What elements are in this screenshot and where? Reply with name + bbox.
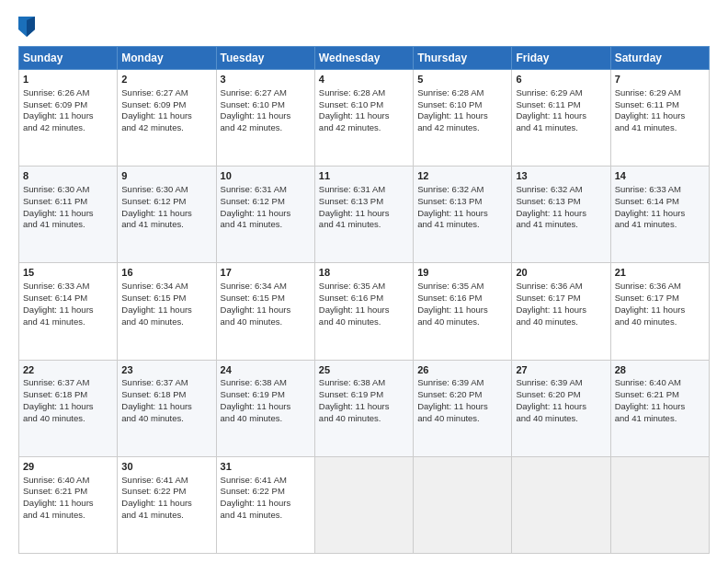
day-number: 16 bbox=[121, 266, 211, 280]
day-info-line: and 40 minutes. bbox=[319, 413, 409, 425]
day-info-line: Daylight: 11 hours bbox=[615, 208, 705, 220]
day-info-line: Sunrise: 6:39 AM bbox=[516, 377, 606, 389]
header bbox=[18, 17, 710, 37]
day-info-line: Daylight: 11 hours bbox=[121, 498, 211, 510]
day-number: 9 bbox=[121, 169, 211, 183]
day-info-line: Daylight: 11 hours bbox=[516, 208, 606, 220]
day-info-line: Sunrise: 6:39 AM bbox=[417, 377, 507, 389]
day-number: 26 bbox=[417, 363, 507, 377]
table-row: 9Sunrise: 6:30 AMSunset: 6:12 PMDaylight… bbox=[118, 167, 216, 263]
day-info-line: Sunset: 6:12 PM bbox=[121, 196, 211, 208]
day-info-line: Daylight: 11 hours bbox=[417, 208, 507, 220]
day-info-line: Sunset: 6:18 PM bbox=[121, 389, 211, 401]
day-info-line: Daylight: 11 hours bbox=[23, 110, 113, 122]
day-info-line: Sunset: 6:13 PM bbox=[516, 196, 606, 208]
day-info-line: Sunset: 6:09 PM bbox=[23, 99, 113, 111]
day-info-line: Sunset: 6:19 PM bbox=[221, 389, 311, 401]
day-info-line: Daylight: 11 hours bbox=[615, 110, 705, 122]
day-number: 20 bbox=[516, 266, 606, 280]
day-info-line: Daylight: 11 hours bbox=[319, 208, 409, 220]
day-number: 19 bbox=[417, 266, 507, 280]
calendar-week-row: 29Sunrise: 6:40 AMSunset: 6:21 PMDayligh… bbox=[19, 456, 710, 553]
day-number: 1 bbox=[23, 73, 113, 86]
day-info-line: Daylight: 11 hours bbox=[121, 208, 211, 220]
col-friday: Friday bbox=[512, 47, 610, 70]
day-number: 12 bbox=[417, 169, 507, 183]
day-number: 14 bbox=[615, 169, 705, 183]
day-info-line: Daylight: 11 hours bbox=[417, 304, 507, 316]
table-row: 23Sunrise: 6:37 AMSunset: 6:18 PMDayligh… bbox=[118, 360, 216, 456]
day-info-line: Sunrise: 6:30 AM bbox=[121, 184, 211, 196]
day-info-line: Daylight: 11 hours bbox=[23, 401, 113, 413]
table-row: 4Sunrise: 6:28 AMSunset: 6:10 PMDaylight… bbox=[314, 70, 413, 167]
day-info-line: Sunset: 6:17 PM bbox=[615, 293, 705, 304]
day-info-line: Daylight: 11 hours bbox=[516, 110, 606, 122]
day-info-line: Sunrise: 6:30 AM bbox=[23, 184, 113, 196]
day-info-line: Sunrise: 6:40 AM bbox=[615, 377, 705, 389]
table-row: 28Sunrise: 6:40 AMSunset: 6:21 PMDayligh… bbox=[610, 360, 709, 456]
day-info-line: Sunrise: 6:26 AM bbox=[23, 87, 113, 99]
day-info-line: and 40 minutes. bbox=[121, 316, 211, 328]
day-info-line: Daylight: 11 hours bbox=[221, 208, 311, 220]
day-info-line: Daylight: 11 hours bbox=[221, 110, 311, 122]
day-number: 28 bbox=[615, 363, 705, 377]
col-tuesday: Tuesday bbox=[216, 47, 314, 70]
day-info-line: Sunrise: 6:40 AM bbox=[23, 475, 113, 487]
day-info-line: Sunset: 6:10 PM bbox=[221, 99, 311, 111]
table-row bbox=[414, 456, 512, 553]
day-info-line: and 41 minutes. bbox=[121, 510, 211, 522]
day-info-line: and 42 minutes. bbox=[23, 122, 113, 134]
day-info-line: and 41 minutes. bbox=[615, 219, 705, 231]
table-row: 18Sunrise: 6:35 AMSunset: 6:16 PMDayligh… bbox=[314, 263, 413, 360]
day-number: 25 bbox=[319, 363, 409, 377]
day-info-line: Sunset: 6:15 PM bbox=[121, 293, 211, 304]
day-number: 23 bbox=[121, 363, 211, 377]
day-info-line: and 40 minutes. bbox=[23, 413, 113, 425]
day-info-line: Sunset: 6:09 PM bbox=[121, 99, 211, 111]
table-row: 31Sunrise: 6:41 AMSunset: 6:22 PMDayligh… bbox=[216, 456, 314, 553]
day-info-line: Daylight: 11 hours bbox=[417, 401, 507, 413]
table-row: 11Sunrise: 6:31 AMSunset: 6:13 PMDayligh… bbox=[314, 167, 413, 263]
table-row: 29Sunrise: 6:40 AMSunset: 6:21 PMDayligh… bbox=[19, 456, 118, 553]
day-info-line: Daylight: 11 hours bbox=[319, 304, 409, 316]
table-row bbox=[314, 456, 413, 553]
calendar-week-row: 1Sunrise: 6:26 AMSunset: 6:09 PMDaylight… bbox=[19, 70, 710, 167]
day-info-line: Daylight: 11 hours bbox=[221, 498, 311, 510]
day-info-line: and 41 minutes. bbox=[221, 219, 311, 231]
day-info-line: Daylight: 11 hours bbox=[615, 304, 705, 316]
day-info-line: Sunset: 6:11 PM bbox=[23, 196, 113, 208]
day-number: 2 bbox=[121, 73, 211, 86]
day-info-line: Daylight: 11 hours bbox=[23, 208, 113, 220]
table-row: 15Sunrise: 6:33 AMSunset: 6:14 PMDayligh… bbox=[19, 263, 118, 360]
day-number: 8 bbox=[23, 169, 113, 183]
day-info-line: Daylight: 11 hours bbox=[121, 304, 211, 316]
logo bbox=[18, 17, 38, 37]
day-info-line: Sunrise: 6:36 AM bbox=[615, 281, 705, 293]
day-info-line: Daylight: 11 hours bbox=[615, 401, 705, 413]
table-row: 2Sunrise: 6:27 AMSunset: 6:09 PMDaylight… bbox=[118, 70, 216, 167]
table-row: 13Sunrise: 6:32 AMSunset: 6:13 PMDayligh… bbox=[512, 167, 610, 263]
day-info-line: Sunset: 6:21 PM bbox=[615, 389, 705, 401]
calendar-header-row: Sunday Monday Tuesday Wednesday Thursday… bbox=[19, 47, 710, 70]
table-row: 22Sunrise: 6:37 AMSunset: 6:18 PMDayligh… bbox=[19, 360, 118, 456]
day-info-line: Sunrise: 6:29 AM bbox=[516, 87, 606, 99]
day-info-line: and 41 minutes. bbox=[23, 316, 113, 328]
day-info-line: Sunrise: 6:38 AM bbox=[319, 377, 409, 389]
table-row: 5Sunrise: 6:28 AMSunset: 6:10 PMDaylight… bbox=[414, 70, 512, 167]
day-number: 30 bbox=[121, 460, 211, 474]
day-info-line: Sunrise: 6:31 AM bbox=[319, 184, 409, 196]
day-number: 31 bbox=[221, 460, 311, 474]
table-row: 6Sunrise: 6:29 AMSunset: 6:11 PMDaylight… bbox=[512, 70, 610, 167]
calendar-table: Sunday Monday Tuesday Wednesday Thursday… bbox=[18, 46, 710, 554]
day-info-line: Daylight: 11 hours bbox=[121, 401, 211, 413]
day-info-line: Sunset: 6:11 PM bbox=[615, 99, 705, 111]
day-info-line: Sunset: 6:21 PM bbox=[23, 486, 113, 498]
day-info-line: Sunrise: 6:41 AM bbox=[121, 475, 211, 487]
table-row: 24Sunrise: 6:38 AMSunset: 6:19 PMDayligh… bbox=[216, 360, 314, 456]
day-info-line: Sunset: 6:15 PM bbox=[221, 293, 311, 304]
table-row: 19Sunrise: 6:35 AMSunset: 6:16 PMDayligh… bbox=[414, 263, 512, 360]
day-number: 6 bbox=[516, 73, 606, 86]
day-info-line: Sunrise: 6:31 AM bbox=[221, 184, 311, 196]
day-number: 22 bbox=[23, 363, 113, 377]
table-row: 10Sunrise: 6:31 AMSunset: 6:12 PMDayligh… bbox=[216, 167, 314, 263]
